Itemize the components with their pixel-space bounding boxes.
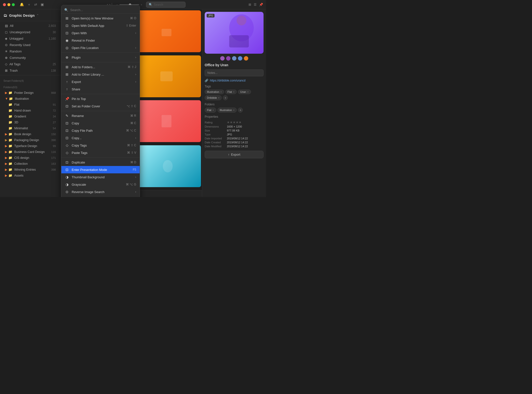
cm-more[interactable]: … More... › [61,196,140,197]
grid-item-6[interactable] [132,100,201,144]
folder-book-design[interactable]: ▶ 📁 Book design 150 [1,131,59,137]
chevron-icon: ⌃ [36,14,39,17]
pin-icon[interactable]: 📌 [259,3,263,6]
export-button[interactable]: ↑ Export [205,151,264,158]
trash-icon: ⊠ [5,69,8,72]
artwork-url[interactable]: https://dribbble.com/urancd [210,79,246,82]
sidebar-header: 🗂 Graphic Design ⌃ [0,11,61,19]
tag-remove-illustration[interactable]: × [220,90,222,93]
grid-item-2[interactable] [132,10,201,54]
cm-duplicate[interactable]: ⊡ Duplicate ⌘ D [61,159,140,166]
sidebar-item-random[interactable]: ✳ Random [1,48,59,54]
folder-minimalist[interactable]: 📁 Minimalist 54 [1,125,59,131]
folder-icon: 📁 [8,109,12,112]
folder-poster-design[interactable]: ▶ 📁 Poster Design 868 [1,90,59,96]
tag-illustration: Illustration × [205,90,224,94]
sidebar-item-community[interactable]: ⊕ Community [1,55,59,61]
folder-typeface-design[interactable]: ▶ 📁 Typeface Design 99 [1,143,59,149]
folder-business-card[interactable]: ▶ 📁 Business Card Design 116 [1,149,59,155]
cm-set-folder-cover[interactable]: ⊡ Set as Folder Cover ⌥ ⇧ C [61,102,140,110]
cm-rename[interactable]: ✎ Rename ⌘ R [61,112,140,119]
sidebar-item-all[interactable]: ▤ All 2,603 [1,23,59,29]
grid-icon[interactable]: ⊞ [249,3,251,6]
remove-flat-folder[interactable]: × [212,109,214,112]
sidebar-item-all-tags[interactable]: ◇ All Tags 25 [1,61,59,67]
color-dot-5[interactable] [244,56,248,61]
tag-remove-dribbble[interactable]: × [218,96,219,99]
add-icon[interactable]: ＋ [27,2,31,7]
cm-open-new-window[interactable]: ⊞ Open Item(s) in New Window ⌘ O [61,15,140,22]
cm-share[interactable]: ↑ Share [61,85,140,93]
search-box[interactable]: 🔍 Search [146,2,185,8]
add-folder-button[interactable]: + [238,108,243,113]
tag-remove-flat[interactable]: × [233,90,234,93]
folder-winning-entries[interactable]: ▶ 📁 Winning Entries 398 [1,167,59,172]
folder-tag-label: Flat [207,109,211,112]
folder-flat[interactable]: 📁 Flat 91 [1,102,59,107]
cm-open-with[interactable]: ⊡ Open With › [61,29,140,37]
minimize-button[interactable] [7,3,10,6]
cm-open-file-location[interactable]: ◎ Open File Location › [61,44,140,51]
main-layout: 🗂 Graphic Design ⌃ ▤ All 2,603 ◻ Uncateg… [0,9,266,197]
grid-item-8[interactable] [132,145,201,189]
color-dot-3[interactable] [232,56,236,61]
color-dot-2[interactable] [226,56,231,61]
color-dot-4[interactable] [238,56,242,61]
close-button[interactable] [3,3,6,6]
cm-add-other-library[interactable]: ⊞ Add to Other Library ... › [61,71,140,78]
cm-presentation-mode[interactable]: ⊡ Enter Presentation Mode F5 [61,166,140,173]
sidebar-item-trash[interactable]: ⊠ Trash 138 [1,67,59,74]
folder-3d[interactable]: 📁 3D 27 [1,119,59,125]
tag-dribbble: Dribbble × [205,95,222,100]
color-dot-1[interactable] [220,56,225,61]
cm-reveal-finder[interactable]: ◉ Reveal in Finder [61,37,140,44]
sidebar-icon[interactable]: ▣ [41,2,44,7]
notification-icon[interactable]: 🔔 [20,2,24,7]
tag-remove-uran[interactable]: × [247,90,249,93]
list-icon[interactable]: ☰ [254,3,257,6]
sync-icon[interactable]: ⇄ [34,2,37,7]
search-icon: 🔍 [149,3,152,6]
properties-section-title: Properties [205,115,264,118]
cm-pin-to-top[interactable]: 📌 Pin to Top [61,95,140,102]
cm-reverse-image-search[interactable]: ⊙ Reverse Image Search › [61,188,140,196]
sidebar-item-untagged[interactable]: ◈ Untagged 1,160 [1,35,59,42]
fullscreen-button[interactable] [12,3,15,6]
svg-rect-11 [229,35,249,48]
copy-submenu-icon: ⊡ [65,136,69,140]
titlebar-right: ⊞ ☰ 📌 [249,3,263,6]
image-search-icon: ⊙ [65,190,69,194]
folder-illustration[interactable]: ▼ 📁 Illustration [1,96,59,101]
folder-gradient[interactable]: 📁 Gradient 34 [1,114,59,119]
cm-add-folders[interactable]: ⊞ Add to Folders... ⌘ ⇧ J [61,63,140,71]
untagged-icon: ◈ [5,37,7,40]
cm-paste-tags[interactable]: ◇ Paste Tags ⌘ ⇧ V [61,149,140,156]
cm-export[interactable]: ↑ Export › [61,78,140,85]
notes-input[interactable]: Notes... [205,69,264,76]
cm-copy-submenu[interactable]: ⊡ Copy... › [61,134,140,142]
cm-copy-file-path[interactable]: ⊡ Copy File Path ⌘ ⌥ C [61,127,140,134]
cm-thumbnail-background[interactable]: ◑ Thumbnail Background › [61,173,140,181]
properties-table: Rating ★★★★★ Dimensions 1600 × 1200 Size… [205,120,264,148]
cm-plugin[interactable]: ⊕ Plugin › [61,54,140,61]
illustration-8 [132,145,201,187]
folder-cis-design[interactable]: ▶ 📁 CIS design 171 [1,155,59,161]
cm-copy[interactable]: ⊡ Copy ⌘ C [61,119,140,127]
rating-stars[interactable]: ★★★★★ [227,120,242,124]
context-search-input[interactable] [70,8,137,12]
folder-assets[interactable]: ▶ 📁 Assets [1,173,59,178]
cm-open-default[interactable]: ⊡ Open With Default App ⇧ Enter [61,22,140,29]
remove-illustration-folder[interactable]: × [233,109,234,112]
sidebar-item-uncategorized[interactable]: ◻ Uncategorized 30 [1,29,59,35]
folders-row: Flat × Illustration × + [205,108,264,113]
grid-item-4[interactable] [132,55,201,99]
cm-copy-tags[interactable]: ◇ Copy Tags ⌘ ⇧ C [61,142,140,149]
cm-grayscale[interactable]: ◑ Grayscale ⌘ ⌥ G [61,181,140,188]
folder-packaging-design[interactable]: ▶ 📁 Packaging Design 390 [1,137,59,143]
copy-tags-icon: ◇ [65,143,69,147]
thumbnail-bg-icon: ◑ [65,175,69,179]
sidebar-item-recently-used[interactable]: ⊙ Recently Used [1,42,59,48]
add-tag-button[interactable]: + [223,95,228,100]
folder-hand-drawn[interactable]: 📁 Hand drawn 72 [1,108,59,113]
folder-collection[interactable]: ▶ 📁 Collection 163 [1,161,59,166]
